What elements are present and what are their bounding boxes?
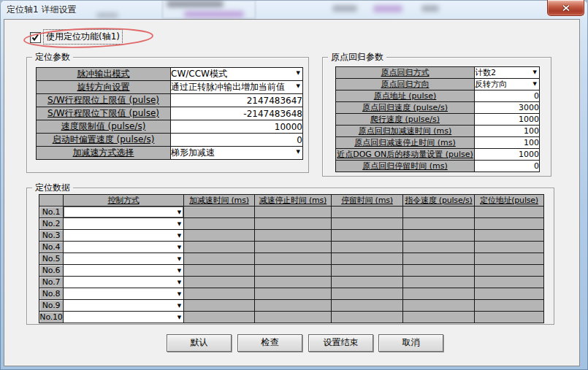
origin-return-param-row: 原点回归速度 (pulse/s)3000 <box>336 102 540 114</box>
data-row: No.7▼ <box>39 277 544 288</box>
control-method-dropdown[interactable]: ▼ <box>64 300 184 312</box>
positioning-param-row: 启动时偏置速度 (pulse/s)0 <box>37 134 303 147</box>
positioning-data-table: 控制方式加减速时间 (ms)减速停止时间 (ms)停留时间 (ms)指令速度 (… <box>39 194 544 323</box>
data-row-header: No.5 <box>39 253 64 265</box>
data-header-row: 控制方式加减速时间 (ms)减速停止时间 (ms)停留时间 (ms)指令速度 (… <box>39 195 544 207</box>
origin-return-param-row: 原点回归减速停止时间 (ms)100 <box>336 137 540 149</box>
cancel-button[interactable]: 取消 <box>378 334 443 352</box>
default-button[interactable]: 默认 <box>167 334 232 352</box>
use-positioning-checkbox-label[interactable]: 使用定位功能(轴1) <box>43 29 123 45</box>
data-row: No.6▼ <box>39 265 544 277</box>
positioning-param-value-field[interactable]: -2147483648 <box>171 107 303 120</box>
dropdown-arrow-icon: ▼ <box>297 81 302 91</box>
data-row-header: No.7 <box>39 277 64 288</box>
group-positioning-params: 定位参数 脉冲输出模式▼CW/CCW模式旋转方向设置▼通过正转脉冲输出增加当前值… <box>26 57 309 173</box>
data-cell-disabled <box>332 242 403 253</box>
dropdown-arrow-icon: ▼ <box>177 242 183 253</box>
origin-return-param-value-field[interactable]: 1000 <box>475 149 540 161</box>
positioning-param-value-field[interactable]: 0 <box>171 134 303 147</box>
positioning-param-row: 速度限制值 (pulse/s)10000 <box>37 120 303 134</box>
data-column-header: 指令速度 (pulse/s) <box>403 195 475 207</box>
data-cell-disabled <box>403 253 475 265</box>
positioning-param-value-field[interactable]: 10000 <box>171 120 303 134</box>
origin-return-param-value-field[interactable]: 100 <box>475 137 540 149</box>
dropdown-arrow-icon: ▼ <box>177 207 183 217</box>
group-positioning-data: 定位数据 控制方式加减速时间 (ms)减速停止时间 (ms)停留时间 (ms)指… <box>26 188 554 325</box>
positioning-param-label: 速度限制值 (pulse/s) <box>37 120 171 134</box>
control-method-dropdown[interactable]: ▼ <box>64 218 184 230</box>
data-cell-disabled <box>332 218 403 230</box>
positioning-param-row: S/W行程限位下限值 (pulse)-2147483648 <box>37 107 303 120</box>
control-method-dropdown[interactable]: ▼ <box>64 277 184 288</box>
control-method-dropdown[interactable]: ▼ <box>64 312 184 323</box>
data-cell-disabled <box>255 253 332 265</box>
dropdown-arrow-icon: ▼ <box>177 219 183 229</box>
data-row-header: No.3 <box>39 230 64 242</box>
data-cell-disabled <box>255 218 332 230</box>
control-method-dropdown[interactable]: ▼ <box>64 230 184 242</box>
data-cell-disabled <box>255 312 332 323</box>
data-row: No.2▼ <box>39 218 544 230</box>
data-cell-disabled <box>255 265 332 277</box>
data-cell-disabled <box>403 288 475 300</box>
data-cell-disabled <box>475 312 544 323</box>
data-cell-disabled <box>475 230 544 242</box>
origin-return-param-dropdown[interactable]: ▼计数2 <box>475 67 540 79</box>
background-blur-blob <box>184 11 244 18</box>
data-cell-disabled <box>255 242 332 253</box>
dropdown-arrow-icon: ▼ <box>177 266 183 276</box>
origin-return-param-label: 原点回归加减速时间 (ms) <box>336 126 475 137</box>
background-blur-blob <box>332 5 357 12</box>
data-cell-disabled <box>475 253 544 265</box>
positioning-param-value-field[interactable]: 2147483647 <box>171 94 303 107</box>
group-origin-return-params: 原点回归参数 原点回归方式▼计数2原点回归方向▼反转方向原点地址 (pulse)… <box>322 57 551 177</box>
dropdown-arrow-icon: ▼ <box>177 312 183 323</box>
origin-return-param-row: 原点地址 (pulse)0 <box>336 90 540 102</box>
positioning-params-table: 脉冲输出模式▼CW/CCW模式旋转方向设置▼通过正转脉冲输出增加当前值S/W行程… <box>36 67 303 160</box>
control-method-dropdown[interactable]: ▼ <box>64 242 184 253</box>
data-cell-disabled <box>255 300 332 312</box>
control-method-dropdown[interactable]: ▼ <box>64 207 184 218</box>
origin-return-param-value-field[interactable]: 0 <box>475 161 540 172</box>
positioning-param-dropdown[interactable]: ▼梯形加减速 <box>171 147 303 160</box>
dropdown-arrow-icon: ▼ <box>533 67 539 77</box>
control-method-dropdown[interactable]: ▼ <box>64 288 184 300</box>
data-cell-disabled <box>332 288 403 300</box>
origin-return-param-value-field[interactable]: 1000 <box>475 114 540 126</box>
background-blur-blob <box>167 1 224 7</box>
data-cell-disabled <box>475 242 544 253</box>
data-column-header: 停留时间 (ms) <box>332 195 403 207</box>
origin-return-param-value-field[interactable]: 0 <box>475 90 540 102</box>
check-icon <box>31 33 40 42</box>
origin-return-param-dropdown[interactable]: ▼反转方向 <box>475 79 540 90</box>
data-row: No.1▼ <box>39 207 544 218</box>
background-blur-blob <box>96 12 118 18</box>
data-cell-disabled <box>255 230 332 242</box>
origin-return-param-value-field[interactable]: 100 <box>475 126 540 137</box>
close-button[interactable] <box>547 0 584 16</box>
origin-return-param-value-field[interactable]: 3000 <box>475 102 540 114</box>
data-cell-disabled <box>403 207 475 218</box>
title-bar[interactable]: 定位轴1 详细设置 <box>0 0 588 19</box>
positioning-param-row: S/W行程限位上限值 (pulse)2147483647 <box>37 94 303 107</box>
window-title: 定位轴1 详细设置 <box>7 4 76 16</box>
dropdown-value: CW/CCW模式 <box>171 69 227 79</box>
data-cell-disabled <box>475 277 544 288</box>
positioning-param-row: 旋转方向设置▼通过正转脉冲输出增加当前值 <box>37 81 303 94</box>
control-method-dropdown[interactable]: ▼ <box>64 253 184 265</box>
background-blur-blob <box>373 5 402 12</box>
data-cell-disabled <box>184 242 255 253</box>
data-cell-disabled <box>184 288 255 300</box>
dropdown-value: 计数2 <box>475 68 496 77</box>
data-row-header: No.8 <box>39 288 64 300</box>
positioning-param-dropdown[interactable]: ▼CW/CCW模式 <box>171 68 303 81</box>
data-cell-disabled <box>184 265 255 277</box>
check-button[interactable]: 检查 <box>237 334 302 352</box>
control-method-dropdown[interactable]: ▼ <box>64 265 184 277</box>
origin-return-param-row: 近点DOG ON后的移动量设置 (pulse)1000 <box>336 149 540 161</box>
setting-end-button[interactable]: 设置结束 <box>308 334 373 352</box>
use-positioning-checkbox[interactable] <box>30 32 41 43</box>
positioning-param-dropdown[interactable]: ▼通过正转脉冲输出增加当前值 <box>171 81 303 94</box>
data-column-header: 减速停止时间 (ms) <box>255 195 332 207</box>
dropdown-arrow-icon: ▼ <box>297 147 302 157</box>
